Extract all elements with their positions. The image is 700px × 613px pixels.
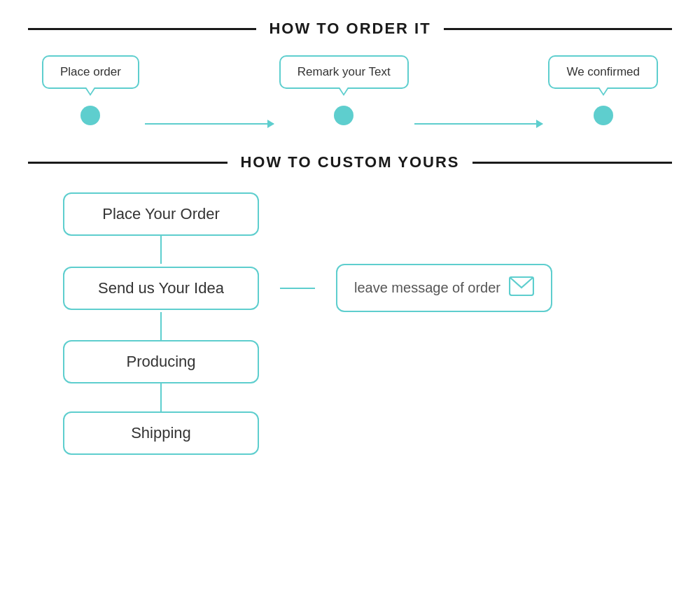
order-header: HOW TO ORDER IT (0, 20, 700, 38)
box-send-idea: Send us Your Idea (63, 267, 259, 310)
custom-section: HOW TO CUSTOM YOURS Place Your Order Sen… (0, 153, 700, 455)
box-shipping: Shipping (63, 411, 259, 455)
arrow-1 (139, 123, 279, 125)
order-step-2: Remark your Text (279, 55, 409, 125)
vline-2 (160, 312, 162, 340)
custom-line-right (472, 162, 672, 164)
header-line-right (444, 28, 672, 30)
arrow-2 (409, 123, 549, 125)
dot-1 (80, 106, 100, 125)
box-producing: Producing (63, 340, 259, 383)
header-line-left (28, 28, 256, 30)
dot-2 (334, 106, 354, 125)
vline-1 (160, 236, 162, 264)
custom-flow: Place Your Order Send us Your Idea leave… (0, 192, 700, 455)
order-step-1: Place order (42, 55, 139, 125)
custom-steps-list: Place Your Order Send us Your Idea leave… (63, 192, 552, 455)
bubble-place-order: Place order (42, 55, 139, 89)
bubble-remark: Remark your Text (279, 55, 409, 89)
page: HOW TO ORDER IT Place order Remar (0, 0, 700, 613)
custom-line-left (28, 162, 227, 164)
arrowhead-1 (267, 120, 274, 128)
connector-line-1 (145, 123, 274, 125)
box-place-order: Place Your Order (63, 192, 259, 236)
order-step-3: We confirmed (548, 55, 658, 125)
send-row: Send us Your Idea leave message of order (63, 264, 552, 312)
custom-header: HOW TO CUSTOM YOURS (0, 153, 700, 171)
bubble-confirmed: We confirmed (548, 55, 658, 89)
connector-line-2 (414, 123, 543, 125)
message-box: leave message of order (336, 264, 552, 312)
order-title: HOW TO ORDER IT (269, 20, 430, 38)
dot-3 (594, 106, 613, 125)
order-flow: Place order Remark your Text (0, 55, 700, 125)
mail-icon (509, 276, 534, 300)
custom-title: HOW TO CUSTOM YOURS (240, 153, 459, 171)
vline-3 (160, 383, 162, 411)
hline-1 (280, 288, 315, 289)
arrowhead-2 (536, 120, 543, 128)
order-section: HOW TO ORDER IT Place order Remar (0, 0, 700, 125)
